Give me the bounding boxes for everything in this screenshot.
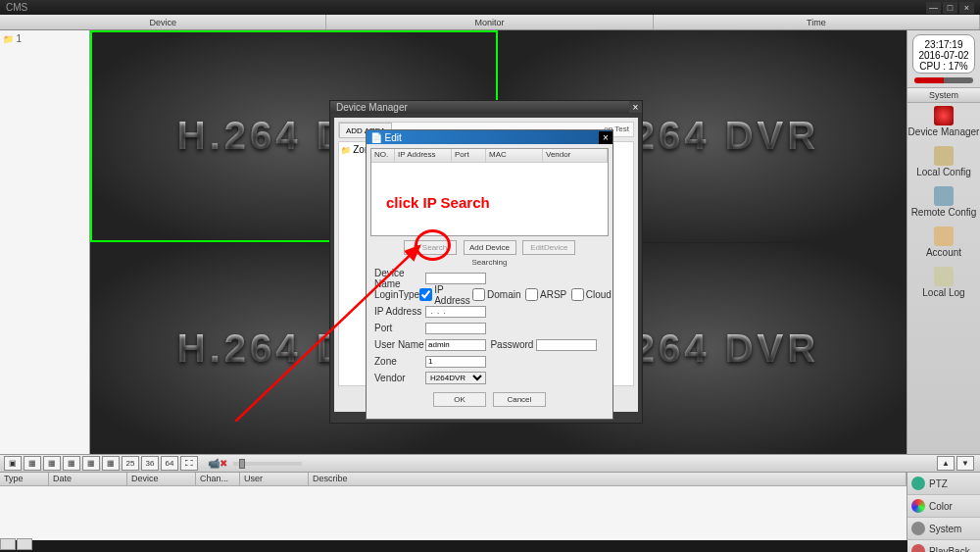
down-button[interactable]: ▼: [956, 456, 974, 471]
log-col-desc[interactable]: Describe: [309, 473, 906, 485]
log-col-chan[interactable]: Chan...: [196, 473, 240, 485]
tab-time[interactable]: Time: [654, 15, 980, 29]
user-field[interactable]: [425, 339, 486, 351]
title-bar: CMS — □ ×: [0, 0, 980, 15]
vendor-select[interactable]: H264DVR: [425, 372, 486, 384]
grid-36-button[interactable]: 36: [141, 456, 159, 471]
pass-field[interactable]: [536, 339, 597, 351]
up-button[interactable]: ▲: [937, 456, 955, 471]
port-field[interactable]: [425, 323, 486, 334]
sidebar-remote-config[interactable]: Remote Config: [907, 183, 980, 224]
clock-cpu: CPU : 17%: [913, 61, 974, 72]
log-col-user[interactable]: User: [240, 473, 309, 485]
tab-device[interactable]: Device: [0, 15, 326, 29]
ip-label: IP Address: [374, 306, 425, 317]
zone-field[interactable]: [425, 356, 486, 368]
minimize-icon[interactable]: —: [926, 2, 941, 14]
sidebar-device-manager[interactable]: Device Manager: [907, 103, 980, 143]
tree-btn-2[interactable]: [17, 538, 32, 550]
dm-close-icon[interactable]: ×: [629, 101, 642, 113]
fullscreen-button[interactable]: ⛶: [180, 456, 198, 471]
clock-time: 23:17:19: [913, 39, 974, 50]
log-col-type[interactable]: Type: [0, 473, 49, 485]
grid-4-button[interactable]: ▦: [24, 456, 41, 471]
zone-label: Zone: [374, 356, 425, 367]
ipaddr-checkbox[interactable]: [419, 288, 432, 301]
record-icon: [934, 106, 954, 125]
tab-monitor[interactable]: Monitor: [326, 15, 653, 29]
ed-cancel-button[interactable]: Cancel: [493, 392, 546, 407]
clock-date: 2016-07-02: [913, 50, 974, 61]
grid-8-button[interactable]: ▦: [63, 456, 80, 471]
sidebar-account[interactable]: Account: [907, 224, 980, 264]
devname-field[interactable]: [425, 273, 486, 284]
right-menu: PTZ Color System PlayBack Advance LogOut: [906, 473, 980, 540]
system-header: System: [907, 87, 980, 103]
col-ip[interactable]: IP Address: [395, 149, 452, 162]
col-port[interactable]: Port: [452, 149, 486, 162]
search-results-table[interactable]: NO. IP Address Port MAC Vendor: [370, 148, 609, 236]
domain-checkbox[interactable]: [472, 288, 485, 301]
user-label: User Name: [374, 339, 425, 350]
arsp-checkbox[interactable]: [525, 288, 538, 301]
cpu-bar: [914, 77, 973, 83]
vendor-label: Vendor: [374, 373, 425, 383]
tree-btn-1[interactable]: [0, 538, 16, 550]
playback-icon: [911, 544, 925, 552]
menu-color[interactable]: Color: [907, 495, 980, 518]
close-icon[interactable]: ×: [959, 2, 974, 14]
main-tabs: Device Monitor Time: [0, 15, 980, 30]
clock-widget: 23:17:19 2016-07-02 CPU : 17%: [912, 34, 975, 74]
log-col-date[interactable]: Date: [49, 473, 127, 485]
menu-system[interactable]: System: [907, 518, 980, 540]
log-icon: [934, 267, 954, 286]
grid-16-button[interactable]: ▦: [102, 456, 120, 471]
ip-search-button[interactable]: IP Search: [404, 240, 457, 255]
maximize-icon[interactable]: □: [943, 2, 957, 14]
edit-device-button[interactable]: EditDevice: [522, 240, 575, 255]
searching-label: Searching: [367, 258, 612, 267]
edit-dialog: 📄 Edit× NO. IP Address Port MAC Vendor I…: [366, 129, 613, 420]
menu-ptz[interactable]: PTZ: [907, 473, 980, 495]
cloud-checkbox[interactable]: [571, 288, 584, 301]
ed-ok-button[interactable]: OK: [433, 392, 486, 407]
col-no[interactable]: NO.: [371, 149, 395, 162]
sidebar-local-config[interactable]: Local Config: [907, 143, 980, 183]
ip-field[interactable]: [425, 306, 486, 318]
disconnect-icon[interactable]: 📹✖: [208, 458, 227, 469]
folder-icon: 📄: [370, 132, 382, 143]
devname-label: Device Name: [374, 268, 425, 289]
logintype-label: LoginType: [374, 289, 419, 300]
log-area: Type Date Device Chan... User Describe P…: [0, 472, 980, 540]
add-device-button[interactable]: Add Device: [464, 240, 516, 255]
slider[interactable]: [233, 462, 302, 466]
ed-title: Edit: [385, 132, 402, 143]
col-mac[interactable]: MAC: [486, 149, 543, 162]
bottom-toolbar: ▣ ▦ ▦ ▦ ▦ ▦ 25 36 64 ⛶ 📹✖ ▲ ▼: [0, 454, 980, 472]
device-tree[interactable]: 📁 1: [0, 30, 90, 454]
ptz-icon: [911, 477, 925, 490]
app-title: CMS: [6, 2, 27, 13]
grid-6-button[interactable]: ▦: [43, 456, 61, 471]
port-label: Port: [374, 323, 425, 333]
dm-title: Device Manager: [336, 102, 408, 113]
menu-playback[interactable]: PlayBack: [907, 540, 980, 552]
grid-9-button[interactable]: ▦: [82, 456, 100, 471]
right-panel: 23:17:19 2016-07-02 CPU : 17% System Dev…: [906, 30, 980, 454]
color-icon: [911, 499, 925, 513]
sidebar-local-log[interactable]: Local Log: [907, 264, 980, 304]
grid-64-button[interactable]: 64: [161, 456, 178, 471]
remote-icon: [934, 186, 954, 206]
account-icon: [934, 226, 954, 246]
col-vendor[interactable]: Vendor: [543, 149, 608, 162]
grid-25-button[interactable]: 25: [122, 456, 139, 471]
system-icon: [911, 522, 925, 535]
log-col-device[interactable]: Device: [127, 473, 196, 485]
ed-close-icon[interactable]: ×: [599, 131, 612, 144]
grid-1-button[interactable]: ▣: [4, 456, 22, 471]
config-icon: [934, 146, 954, 166]
